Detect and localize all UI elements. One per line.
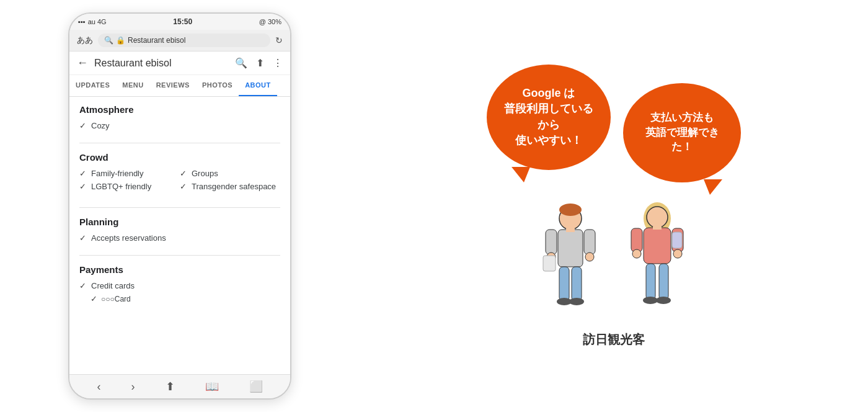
svg-rect-9: [572, 267, 582, 301]
crowd-groups-label: Groups: [192, 169, 218, 178]
payments-section: Payments ✓ Credit cards ✓ ○○○Card: [79, 255, 280, 303]
svg-rect-3: [546, 230, 557, 254]
check-icon-card: ✓: [91, 294, 97, 303]
status-right: @ 30%: [259, 18, 281, 25]
atmosphere-title: Atmosphere: [79, 104, 280, 115]
svg-rect-22: [659, 264, 668, 300]
svg-point-18: [632, 249, 641, 258]
status-time: 15:50: [173, 17, 192, 26]
speech-bubble-right: 支払い方法も英語で理解できた！: [623, 83, 741, 182]
content-area: Atmosphere ✓ Cozy Crowd ✓ Family-friendl…: [69, 97, 290, 374]
bookmarks-icon[interactable]: 📖: [205, 380, 219, 393]
share-nav-icon[interactable]: ⬆: [166, 380, 175, 393]
url-bar[interactable]: 🔍 🔒 Restaurant ebisol: [98, 34, 270, 47]
status-bar: ▪▪▪ au 4G 15:50 @ 30%: [69, 14, 290, 30]
status-left: ▪▪▪ au 4G: [78, 18, 107, 25]
atmosphere-cozy-label: Cozy: [91, 121, 110, 130]
planning-reservations-label: Accepts reservations: [91, 233, 166, 243]
svg-point-6: [585, 253, 594, 261]
planning-reservations: ✓ Accepts reservations: [79, 233, 280, 243]
tabs-row: UPDATES MENU REVIEWS PHOTOS ABOUT: [69, 75, 290, 97]
search-icon: 🔍: [104, 36, 113, 45]
illustration-section: Google は普段利用しているから使いやすい！ 支払い方法も英語で理解できた！: [360, 0, 868, 412]
crowd-lgbtq-label: LGBTQ+ friendly: [91, 182, 151, 191]
payments-card-sub: ✓ ○○○Card: [91, 294, 280, 303]
phone-section: ▪▪▪ au 4G 15:50 @ 30% ああ 🔍 🔒 Restaurant …: [0, 0, 360, 412]
forward-nav-icon[interactable]: ›: [131, 380, 135, 393]
payments-card-label: ○○○Card: [101, 295, 131, 303]
svg-rect-8: [559, 267, 569, 301]
back-button[interactable]: ←: [77, 56, 88, 69]
svg-rect-4: [584, 230, 595, 254]
illustration-content: Google は普段利用しているから使いやすい！ 支払い方法も英語で理解できた！: [372, 65, 856, 348]
svg-point-11: [569, 298, 584, 305]
crowd-title: Crowd: [79, 152, 280, 163]
address-bar: ああ 🔍 🔒 Restaurant ebisol ↻: [69, 30, 290, 52]
tab-updates[interactable]: UPDATES: [69, 75, 116, 96]
tab-menu[interactable]: MENU: [116, 75, 149, 96]
check-icon-lgbtq: ✓: [79, 182, 86, 191]
divider-payments: [79, 255, 280, 256]
divider-crowd: [79, 143, 280, 143]
crowd-family: ✓ Family-friendly: [79, 169, 180, 178]
more-button[interactable]: ⋮: [273, 57, 283, 69]
signal-icon: ▪▪▪: [78, 18, 86, 25]
crowd-groups: ✓ Groups: [180, 169, 280, 178]
atmosphere-item-cozy: ✓ Cozy: [79, 121, 280, 130]
svg-point-23: [643, 297, 658, 304]
visitor-label: 訪日観光客: [583, 331, 645, 348]
place-title: Restaurant ebisol: [94, 58, 229, 69]
check-icon-transgender: ✓: [180, 182, 187, 191]
maps-header: ← Restaurant ebisol 🔍 ⬆ ⋮: [69, 52, 290, 75]
tab-about[interactable]: ABOUT: [239, 75, 277, 96]
crowd-transgender: ✓ Transgender safespace: [180, 182, 280, 191]
divider-planning: [79, 207, 280, 208]
crowd-transgender-label: Transgender safespace: [192, 182, 276, 191]
svg-point-19: [673, 249, 682, 258]
header-icons: 🔍 ⬆ ⋮: [235, 57, 283, 69]
check-icon-groups: ✓: [180, 169, 187, 178]
svg-rect-15: [644, 228, 671, 264]
tab-label: ああ: [77, 35, 93, 46]
check-icon-reservations: ✓: [79, 233, 86, 243]
speech-bubble-left: Google は普段利用しているから使いやすい！: [487, 65, 611, 170]
tabs-icon[interactable]: ⬜: [249, 380, 263, 393]
svg-rect-20: [672, 232, 682, 248]
person-woman-svg: [620, 201, 694, 325]
svg-point-1: [559, 204, 582, 216]
crowd-family-label: Family-friendly: [91, 169, 144, 178]
refresh-icon[interactable]: ↻: [275, 35, 283, 45]
crowd-grid: ✓ Family-friendly ✓ LGBTQ+ friendly ✓ Gr…: [79, 169, 280, 195]
payments-credit-label: Credit cards: [91, 281, 135, 290]
svg-point-24: [656, 297, 671, 304]
person-man-svg: [533, 201, 608, 325]
payments-title: Payments: [79, 264, 280, 275]
url-text: Restaurant ebisol: [128, 36, 185, 45]
planning-section: Planning ✓ Accepts reservations: [79, 207, 280, 243]
svg-rect-16: [631, 228, 642, 252]
svg-rect-21: [646, 264, 655, 300]
people-row: [533, 201, 694, 325]
crowd-section: Crowd ✓ Family-friendly ✓ LGBTQ+ friendl…: [79, 143, 280, 195]
phone-mockup: ▪▪▪ au 4G 15:50 @ 30% ああ 🔍 🔒 Restaurant …: [68, 12, 291, 400]
svg-rect-12: [566, 228, 575, 232]
back-nav-icon[interactable]: ‹: [97, 380, 101, 393]
payments-credit: ✓ Credit cards: [79, 281, 280, 290]
svg-rect-7: [543, 256, 556, 271]
planning-title: Planning: [79, 217, 280, 227]
tab-reviews[interactable]: REVIEWS: [150, 75, 196, 96]
crowd-lgbtq: ✓ LGBTQ+ friendly: [79, 182, 180, 191]
lock-icon: 🔒: [116, 36, 125, 45]
check-icon-credit: ✓: [79, 281, 86, 290]
tab-photos[interactable]: PHOTOS: [196, 75, 239, 96]
check-icon: ✓: [79, 121, 86, 130]
share-button[interactable]: ⬆: [256, 57, 264, 69]
atmosphere-section: Atmosphere ✓ Cozy: [79, 104, 280, 130]
battery-label: @ 30%: [259, 18, 281, 25]
svg-rect-2: [558, 230, 583, 267]
search-button[interactable]: 🔍: [235, 57, 247, 69]
check-icon-family: ✓: [79, 169, 86, 178]
carrier-label: au 4G: [88, 18, 107, 25]
bubble-left-text: Google は普段利用しているから使いやすい！: [499, 86, 598, 148]
speech-bubbles-row: Google は普段利用しているから使いやすい！ 支払い方法も英語で理解できた！: [372, 65, 856, 182]
